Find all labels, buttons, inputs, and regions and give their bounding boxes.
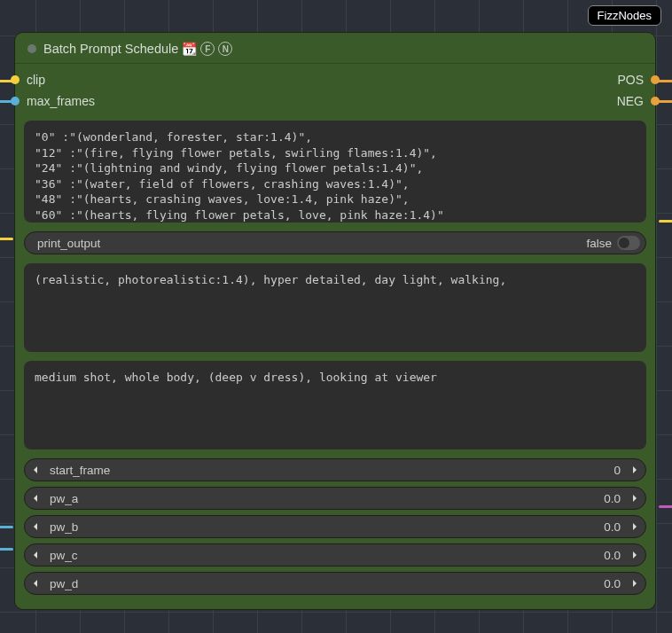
fn-badge-n-icon: N (218, 42, 232, 56)
node-titlebar[interactable]: Batch Prompt Schedule 📆 F N (15, 33, 655, 64)
category-badge: FizzNodes (588, 5, 661, 26)
input-port-max-frames[interactable]: max_frames (29, 94, 95, 108)
node-title: Batch Prompt Schedule 📆 F N (43, 42, 232, 56)
wire (659, 220, 672, 223)
ports-area: clip POS max_frames NEG (15, 64, 655, 121)
wire (0, 238, 13, 240)
decrement-arrow-icon[interactable] (25, 522, 46, 531)
spinner-start-frame[interactable]: start_frame0 (24, 458, 646, 481)
text-a-input[interactable]: (realistic, photorealistic:1.4), hyper d… (24, 263, 646, 352)
port-label: max_frames (27, 94, 95, 108)
increment-arrow-icon[interactable] (624, 522, 645, 531)
port-dot-icon (651, 75, 660, 84)
spinner-value: 0.0 (604, 549, 624, 562)
spinner-label: pw_c (46, 549, 604, 562)
spinner-value: 0 (613, 464, 624, 477)
toggle-label: print_output (37, 237, 100, 250)
port-dot-icon (651, 97, 660, 106)
spinner-label: start_frame (46, 464, 613, 477)
decrement-arrow-icon[interactable] (25, 579, 46, 588)
port-label: NEG (617, 94, 644, 108)
increment-arrow-icon[interactable] (624, 579, 645, 588)
node-batch-prompt-schedule[interactable]: Batch Prompt Schedule 📆 F N clip POS max… (14, 32, 656, 610)
switch-icon[interactable] (617, 236, 640, 250)
spinner-pw-a[interactable]: pw_a0.0 (24, 487, 646, 510)
spinner-pw-c[interactable]: pw_c0.0 (24, 543, 646, 567)
collapse-dot-icon[interactable] (27, 44, 36, 53)
wire (659, 505, 672, 508)
decrement-arrow-icon[interactable] (25, 494, 46, 503)
fn-badge-f-icon: F (200, 42, 215, 56)
port-dot-icon (11, 75, 20, 84)
port-dot-icon (11, 97, 20, 106)
increment-arrow-icon[interactable] (624, 465, 645, 474)
prompt-schedule-input[interactable]: "0" :"(wonderland, forester, star:1.4)",… (24, 121, 646, 223)
wire (0, 526, 13, 528)
calendar-icon: 📆 (182, 42, 197, 56)
decrement-arrow-icon[interactable] (25, 551, 46, 559)
increment-arrow-icon[interactable] (624, 494, 645, 503)
spinner-label: pw_b (46, 520, 604, 534)
port-label: POS (617, 73, 644, 87)
decrement-arrow-icon[interactable] (25, 465, 46, 474)
spinner-label: pw_a (46, 492, 604, 505)
spinner-label: pw_d (46, 577, 604, 590)
text-b-input[interactable]: medium shot, whole body, (deep v dress),… (24, 361, 646, 449)
increment-arrow-icon[interactable] (624, 551, 645, 559)
output-port-pos[interactable]: POS (617, 73, 641, 87)
spinner-value: 0.0 (604, 577, 624, 590)
toggle-value: false (586, 237, 612, 250)
output-port-neg[interactable]: NEG (617, 94, 641, 108)
input-port-clip[interactable]: clip (29, 73, 45, 87)
spinner-pw-d[interactable]: pw_d0.0 (24, 572, 646, 595)
spinner-value: 0.0 (604, 492, 624, 505)
print-output-toggle[interactable]: print_output false (24, 231, 646, 254)
port-label: clip (27, 73, 45, 87)
spinner-pw-b[interactable]: pw_b0.0 (24, 515, 646, 538)
wire (0, 548, 13, 551)
spinner-value: 0.0 (604, 520, 624, 534)
